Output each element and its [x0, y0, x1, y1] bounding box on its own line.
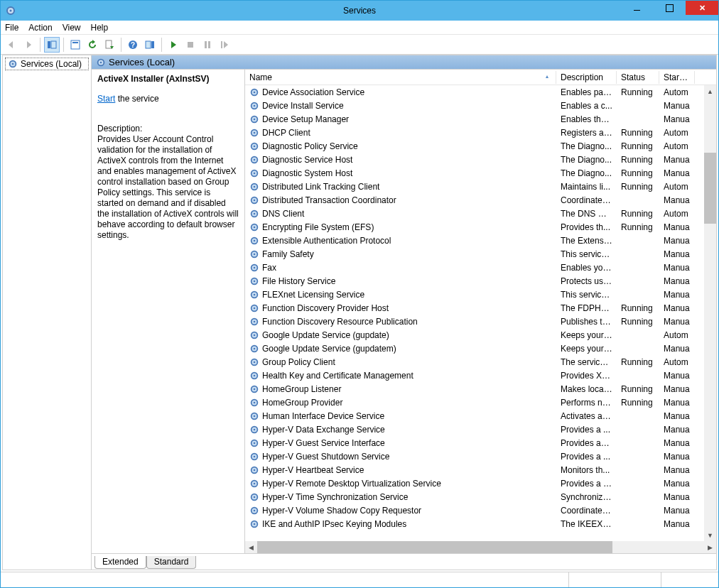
menu-file[interactable]: File: [5, 23, 18, 33]
service-status: [617, 266, 659, 269]
start-service-link[interactable]: Start: [97, 94, 115, 104]
menu-view[interactable]: View: [63, 23, 81, 33]
service-name: Hyper-V Time Synchronization Service: [262, 492, 408, 502]
service-row[interactable]: Hyper-V Time Synchronization ServiceSync…: [245, 490, 716, 503]
menubar: File Action View Help: [1, 21, 718, 35]
column-name[interactable]: Name▴: [245, 71, 556, 84]
titlebar[interactable]: Services: [1, 1, 718, 21]
gear-icon: [249, 384, 259, 394]
scroll-down-icon[interactable]: ▼: [704, 529, 716, 541]
service-row[interactable]: Hyper-V Heartbeat ServiceMonitors th...M…: [245, 463, 716, 477]
service-row[interactable]: FaxEnables you...Manua: [245, 261, 716, 274]
gear-icon: [249, 128, 259, 138]
service-description: Enables a c...: [556, 99, 617, 112]
service-row[interactable]: Health Key and Certificate ManagementPro…: [245, 369, 716, 382]
svg-point-87: [254, 374, 256, 376]
service-row[interactable]: Diagnostic Policy ServiceThe Diagno...Ru…: [245, 139, 716, 153]
service-row[interactable]: Family SafetyThis service ...Manua: [245, 247, 716, 261]
service-row[interactable]: Hyper-V Data Exchange ServiceProvides a …: [245, 423, 716, 436]
back-button[interactable]: [4, 37, 19, 53]
svg-point-93: [254, 401, 256, 403]
service-row[interactable]: Extensible Authentication ProtocolThe Ex…: [245, 234, 716, 247]
scroll-left-icon[interactable]: ◀: [245, 541, 257, 553]
service-startup: Autom: [659, 180, 695, 193]
service-description: Enables you...: [556, 261, 617, 274]
service-row[interactable]: Device Setup ManagerEnables the ...Manua: [245, 112, 716, 126]
forward-button[interactable]: [21, 37, 36, 53]
column-startup[interactable]: Startup: [659, 71, 695, 84]
column-description[interactable]: Description: [556, 71, 617, 84]
service-row[interactable]: FLEXnet Licensing ServiceThis service ..…: [245, 288, 716, 301]
svg-point-72: [254, 307, 256, 309]
maximize-button[interactable]: [653, 1, 686, 15]
svg-point-2: [10, 10, 12, 12]
service-name: Distributed Link Tracking Client: [262, 182, 379, 192]
tab-standard[interactable]: Standard: [146, 556, 197, 569]
service-row[interactable]: DHCP ClientRegisters an...RunningAutom: [245, 126, 716, 139]
service-row[interactable]: Hyper-V Remote Desktop Virtualization Se…: [245, 477, 716, 490]
gear-icon: [249, 492, 259, 502]
pause-service-button[interactable]: [200, 37, 215, 53]
service-startup: Autom: [659, 356, 695, 369]
horizontal-scrollbar[interactable]: ◀ ▶: [245, 541, 716, 553]
export-list-button[interactable]: [102, 37, 117, 53]
tab-extended[interactable]: Extended: [94, 556, 146, 569]
menu-help[interactable]: Help: [91, 23, 109, 33]
service-description: Monitors th...: [556, 464, 617, 477]
service-row[interactable]: Encrypting File System (EFS)Provides th.…: [245, 220, 716, 234]
column-status[interactable]: Status: [617, 71, 659, 84]
stop-service-button[interactable]: [183, 37, 198, 53]
gear-icon: [249, 479, 259, 489]
service-row[interactable]: Distributed Transaction CoordinatorCoord…: [245, 193, 716, 207]
menu-action[interactable]: Action: [28, 23, 52, 33]
service-startup: Manua: [659, 288, 695, 301]
properties-button[interactable]: [67, 37, 83, 53]
service-row[interactable]: Function Discovery Resource PublicationP…: [245, 315, 716, 328]
minimize-button[interactable]: [620, 1, 653, 15]
service-row[interactable]: Group Policy ClientThe service ...Runnin…: [245, 355, 716, 369]
vertical-scrollbar[interactable]: ▲ ▼: [704, 85, 716, 541]
service-startup: Manua: [659, 383, 695, 396]
start-service-button[interactable]: [166, 37, 181, 53]
svg-rect-3: [48, 41, 50, 48]
scroll-up-icon[interactable]: ▲: [704, 85, 716, 97]
service-row[interactable]: Function Discovery Provider HostThe FDPH…: [245, 301, 716, 315]
service-startup: Manua: [659, 234, 695, 247]
service-name: HomeGroup Provider: [262, 398, 342, 408]
service-row[interactable]: HomeGroup ProviderPerforms ne...RunningM…: [245, 396, 716, 409]
gear-icon: [249, 371, 259, 381]
nav-services-local[interactable]: Services (Local): [5, 58, 89, 70]
service-row[interactable]: Device Association ServiceEnables pair..…: [245, 85, 716, 99]
service-row[interactable]: Human Interface Device ServiceActivates …: [245, 409, 716, 423]
scroll-thumb-h[interactable]: [257, 541, 612, 553]
service-row[interactable]: Hyper-V Volume Shadow Copy RequestorCoor…: [245, 503, 716, 517]
service-status: [617, 523, 659, 526]
service-row[interactable]: HomeGroup ListenerMakes local...RunningM…: [245, 382, 716, 396]
service-startup: Manua: [659, 477, 695, 490]
service-row[interactable]: Diagnostic Service HostThe Diagno...Runn…: [245, 153, 716, 166]
show-hide-tree-button[interactable]: [44, 37, 60, 53]
help-button[interactable]: ?: [125, 37, 141, 53]
service-status: [617, 280, 659, 283]
service-status: [617, 253, 659, 256]
refresh-button[interactable]: [85, 37, 100, 53]
service-row[interactable]: File History ServiceProtects use...Manua: [245, 274, 716, 288]
service-row[interactable]: Google Update Service (gupdatem)Keeps yo…: [245, 342, 716, 355]
scroll-thumb[interactable]: [704, 153, 716, 224]
gear-icon: [249, 87, 259, 97]
scroll-right-icon[interactable]: ▶: [704, 541, 716, 553]
service-row[interactable]: DNS ClientThe DNS Cli...RunningAutom: [245, 207, 716, 220]
service-row[interactable]: Device Install ServiceEnables a c...Manu…: [245, 99, 716, 112]
service-row[interactable]: Google Update Service (gupdate)Keeps you…: [245, 328, 716, 342]
svg-point-27: [254, 104, 256, 107]
service-row[interactable]: Hyper-V Guest Shutdown ServiceProvides a…: [245, 450, 716, 463]
svg-point-54: [254, 226, 256, 228]
service-row[interactable]: Diagnostic System HostThe Diagno...Runni…: [245, 166, 716, 180]
service-row[interactable]: Hyper-V Guest Service InterfaceProvides …: [245, 436, 716, 450]
close-button[interactable]: [686, 1, 718, 15]
show-hide-action-pane-button[interactable]: [142, 37, 158, 53]
service-row[interactable]: IKE and AuthIP IPsec Keying ModulesThe I…: [245, 517, 716, 530]
service-row[interactable]: Distributed Link Tracking ClientMaintain…: [245, 180, 716, 193]
service-description: The FDPHO...: [556, 302, 617, 315]
restart-service-button[interactable]: [217, 37, 232, 53]
